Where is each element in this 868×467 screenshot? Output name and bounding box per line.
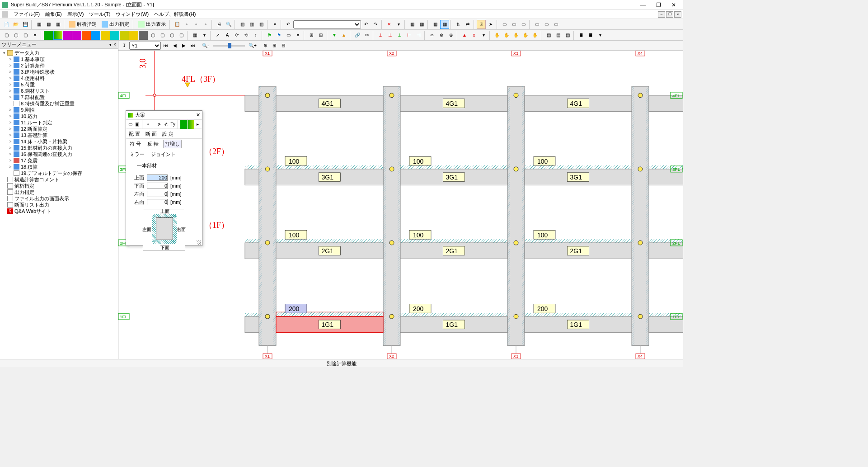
dlg-tb3-icon[interactable]: ▫	[145, 120, 151, 129]
tb2-ex2-icon[interactable]: ▢	[158, 31, 167, 40]
mdi-minimize-button[interactable]: –	[658, 11, 665, 18]
tb-w3-icon[interactable]: ▭	[519, 20, 528, 29]
dlg-tb5-icon[interactable]: ≮	[163, 120, 169, 129]
tb2-col-y3-icon[interactable]	[129, 31, 138, 40]
tree-item[interactable]: >2.計算条件	[8, 62, 117, 69]
tb2-p3-icon[interactable]: ⊥	[395, 31, 404, 40]
tb2-ex1-icon[interactable]: ▢	[148, 31, 157, 40]
tb2-m3-icon[interactable]: ⟳	[232, 31, 241, 40]
tb2-ogirder-icon[interactable]	[53, 31, 62, 40]
tree-item[interactable]: >13.基礎計算	[8, 132, 117, 138]
dialog-close-icon[interactable]: ✕	[196, 112, 200, 118]
dlg-sub-onebeam[interactable]: 一本部材	[135, 161, 159, 170]
dlg-sub-mirror[interactable]: ミラー	[128, 150, 146, 159]
tb-view3-icon[interactable]: ▦	[440, 20, 449, 29]
tb2-table1-icon[interactable]: ▤	[544, 31, 553, 40]
tb-cb1-icon[interactable]: ▭	[532, 20, 541, 29]
menu-file[interactable]: ファイル(F)	[11, 10, 42, 19]
tb-output-view-button[interactable]: 出力表示	[136, 20, 168, 29]
tb-marker-icon[interactable]: ☉	[477, 20, 486, 29]
dlg-tb6-icon[interactable]: Ty	[169, 120, 176, 129]
mdi-close-button[interactable]: ×	[674, 11, 681, 18]
tb-analysis-button[interactable]: 解析指定	[67, 20, 99, 29]
tb-d2-icon[interactable]: ▫	[192, 20, 201, 29]
tb2-a3-icon[interactable]: ▢	[21, 31, 30, 40]
tree-item[interactable]: >7.部材配置	[8, 94, 117, 100]
tb2-flag1-icon[interactable]: ⚑	[265, 31, 274, 40]
tree-item[interactable]: >6.鋼材リスト	[8, 88, 117, 94]
tb2-n1-icon[interactable]: ⊛	[437, 31, 446, 40]
tb2-m4-icon[interactable]: ⟲	[242, 31, 251, 40]
dlg-tb1-icon[interactable]: ▭	[127, 120, 134, 129]
menu-help[interactable]: ヘルプ、解説書(H)	[151, 10, 198, 19]
tb-g2-icon[interactable]: ▥	[247, 20, 256, 29]
dlg-tab-place[interactable]: 配 置	[128, 131, 141, 138]
right-input[interactable]	[147, 199, 168, 205]
tree-item[interactable]: >5.荷重	[8, 81, 117, 88]
tb2-a1-icon[interactable]: ▢	[2, 31, 11, 40]
tb2-p5-icon[interactable]: ⊣	[414, 31, 423, 40]
tree-pin-icon[interactable]: ▾	[109, 42, 112, 47]
tb2-l2-icon[interactable]: ✂	[362, 31, 371, 40]
dlg-sub-joint[interactable]: ジョイント	[149, 150, 178, 159]
tb2-col-mag-icon[interactable]	[63, 31, 72, 40]
bottom-input[interactable]	[147, 183, 168, 189]
zoom-slider[interactable]	[213, 45, 245, 47]
tree-item[interactable]: >17.免震	[8, 157, 117, 164]
maximize-button[interactable]: ❐	[651, 0, 666, 9]
tb-new-icon[interactable]: 📄	[2, 20, 11, 29]
tb2-inf-icon[interactable]: ∞	[427, 31, 436, 40]
menu-edit[interactable]: 編集(E)	[42, 10, 65, 19]
tb-undo-drop-icon[interactable]: ↶	[284, 20, 293, 29]
minimize-button[interactable]: —	[635, 0, 651, 9]
tb-w1-icon[interactable]: ▭	[500, 20, 509, 29]
nav-last-icon[interactable]: ⏭	[189, 42, 197, 50]
dlg-sub-code[interactable]: 符 号	[128, 140, 143, 148]
tree-extra-item[interactable]: 解析指定	[2, 183, 117, 189]
tree-extra-item[interactable]: 構造計算書コメント	[2, 176, 117, 183]
tb2-xx-icon[interactable]: x	[469, 31, 479, 40]
tb-w2-icon[interactable]: ▭	[509, 20, 518, 29]
dlg-tb9-icon[interactable]: ▸	[194, 120, 201, 129]
tb2-table2-icon[interactable]: ▤	[554, 31, 563, 40]
tb2-st2-icon[interactable]: ≣	[586, 31, 595, 40]
zoom-out-icon[interactable]: 🔍-	[202, 42, 210, 50]
dlg-tb7-icon[interactable]	[180, 120, 187, 129]
tb2-p4-icon[interactable]: ⊢	[404, 31, 413, 40]
dialog-titlebar[interactable]: 大梁 ✕	[126, 111, 202, 120]
tree-extra-item[interactable]: QQ&A Webサイト	[2, 208, 117, 214]
tb-print-icon[interactable]: 🖨	[215, 20, 224, 29]
tb2-m1-icon[interactable]: ↗	[213, 31, 222, 40]
tree-extra-item[interactable]: 出力指定	[2, 189, 117, 195]
tb2-col-y2-icon[interactable]	[120, 31, 129, 40]
tb2-n2-icon[interactable]: ⊛	[446, 31, 455, 40]
tb2-h5-icon[interactable]: ✋	[530, 31, 540, 40]
dlg-tab-section[interactable]: 断 面	[145, 131, 158, 138]
tb2-a2-icon[interactable]: ▢	[11, 31, 20, 40]
menu-view[interactable]: 表示(V)	[65, 10, 87, 19]
tree-item[interactable]: >10.応力	[8, 113, 117, 119]
tb-undo-icon[interactable]: ↶	[361, 20, 371, 29]
tb2-p2-icon[interactable]: ⊥	[385, 31, 394, 40]
tb-g1-icon[interactable]: ▥	[238, 20, 247, 29]
tb-cb3-icon[interactable]: ▭	[551, 20, 560, 29]
canvas-lock-icon[interactable]: ↧	[120, 42, 128, 50]
tb2-col-gr-icon[interactable]	[139, 31, 148, 40]
tb-doc3-icon[interactable]: ▦	[53, 20, 62, 29]
tb-drop-icon[interactable]: ▾	[270, 20, 279, 29]
dlg-sub-reverse[interactable]: 反 転	[145, 140, 160, 148]
tree-close-icon[interactable]: ×	[113, 42, 116, 47]
tb2-col-green-icon[interactable]	[44, 31, 53, 40]
tb-d3-icon[interactable]: ▫	[201, 20, 210, 29]
tb2-s1-icon[interactable]: ▼	[330, 31, 339, 40]
tree-root-node[interactable]: ▾ データ入力	[2, 50, 117, 56]
nav-first-icon[interactable]: ⏮	[162, 42, 170, 50]
tb-copy-icon[interactable]: 📋	[173, 20, 182, 29]
tb2-p1-icon[interactable]: ⊥	[376, 31, 385, 40]
dlg-tab-settings[interactable]: 設 定	[161, 131, 174, 138]
fitv-icon[interactable]: ⊟	[279, 42, 287, 50]
menu-tools[interactable]: ツール(T)	[86, 10, 113, 19]
tb2-grid1-icon[interactable]: ▦	[190, 31, 199, 40]
tree-item[interactable]: >14.床・小梁・片持梁	[8, 138, 117, 145]
tb-save-icon[interactable]: 💾	[21, 20, 30, 29]
